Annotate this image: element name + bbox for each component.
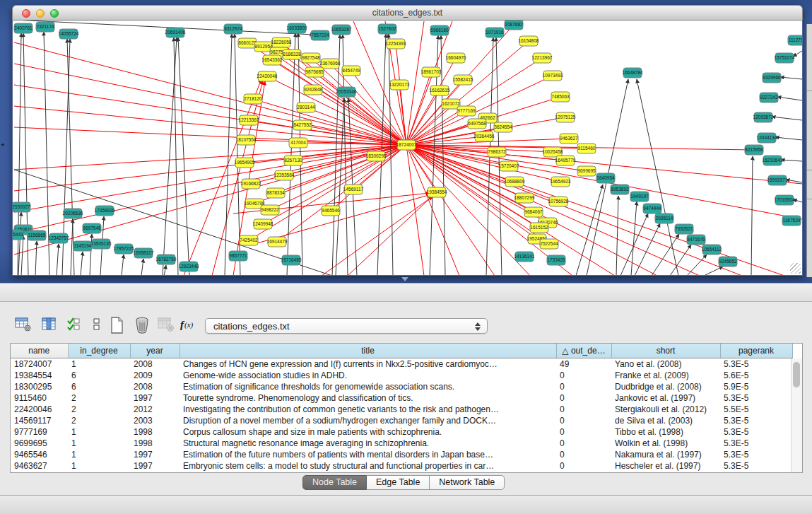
cell-pagerank[interactable]: 5.3E-5 — [720, 449, 792, 460]
graph-edge[interactable] — [35, 241, 37, 276]
split-pane-handle[interactable] — [401, 277, 408, 281]
graph-node[interactable]: 9242848 — [304, 85, 322, 95]
cell-title[interactable]: Structural magnetic resonance image aver… — [180, 438, 556, 449]
graph-node[interactable]: 20691406 — [165, 28, 186, 37]
graph-edge[interactable] — [298, 33, 302, 276]
graph-edge[interactable] — [406, 145, 459, 276]
graph-edge[interactable] — [71, 219, 73, 276]
network-canvas[interactable]: 2400761232117414055724206914068312974160… — [12, 21, 803, 276]
graph-node[interactable]: 15716485 — [281, 255, 302, 265]
graph-node[interactable]: 2400761 — [14, 23, 33, 33]
graph-node[interactable]: 2522544 — [540, 239, 558, 249]
column-header-out_de[interactable]: △ out_de… — [556, 344, 611, 358]
cell-title[interactable]: Tourette syndrome. Phenomenology and cla… — [180, 392, 556, 404]
graph-node[interactable]: 3624554 — [494, 122, 512, 132]
cell-short[interactable]: Hescheler et al. (1997) — [611, 460, 720, 472]
graph-node[interactable]: 7485063 — [551, 92, 570, 102]
cell-year[interactable]: 2012 — [130, 404, 180, 415]
graph-node[interactable]: 9857771 — [229, 251, 247, 261]
cell-short[interactable]: Nakamura et al. (1997) — [611, 449, 720, 460]
graph-node[interactable]: 3915443 — [13, 230, 23, 240]
graph-node[interactable]: 1167534 — [782, 216, 801, 226]
graph-edge[interactable] — [122, 255, 124, 276]
graph-node[interactable]: 16914479 — [267, 237, 288, 247]
graph-node[interactable]: 10973493 — [543, 71, 563, 81]
cell-out_de[interactable]: 0 — [556, 460, 611, 472]
graph-node[interactable]: 20364456 — [474, 132, 495, 141]
graph-node[interactable]: 23676068 — [320, 59, 341, 69]
graph-node[interactable]: 9474444 — [643, 204, 661, 214]
column-header-in_degree[interactable]: in_degree — [68, 344, 130, 358]
cell-title[interactable]: Disruption of a novel member of a sodium… — [180, 415, 556, 426]
graph-node[interactable]: 9329966 — [763, 73, 781, 83]
graph-node[interactable]: 17359928 — [95, 206, 115, 216]
cell-short[interactable]: Franke et al. (2009) — [611, 370, 720, 381]
cell-in_degree[interactable]: 6 — [68, 381, 130, 392]
graph-edge[interactable] — [313, 90, 406, 145]
graph-node[interactable]: 12409948 — [253, 219, 273, 229]
graph-node[interactable]: 13505135 — [91, 239, 112, 249]
cell-short[interactable]: Stergiakouli et al. (2012) — [611, 404, 720, 415]
graph-node[interactable]: 7986372 — [488, 147, 506, 157]
cell-pagerank[interactable]: 5.3E-5 — [720, 426, 792, 438]
graph-node[interactable]: 1949197 — [630, 192, 649, 201]
column-header-year[interactable]: year — [130, 344, 180, 358]
cell-year[interactable]: 2003 — [130, 415, 180, 426]
cell-out_de[interactable]: 0 — [556, 426, 611, 438]
graph-node[interactable]: 14136141 — [514, 252, 535, 262]
graph-node[interactable]: 16543362 — [262, 55, 283, 65]
graph-node[interactable]: 16210643 — [763, 156, 783, 165]
cell-short[interactable]: Tibbo et al. (1998) — [611, 426, 720, 438]
cell-year[interactable]: 2008 — [130, 381, 180, 392]
graph-node[interactable]: 20206536 — [63, 209, 83, 218]
graph-node[interactable]: 8186328 — [283, 49, 301, 59]
graph-edge[interactable] — [164, 265, 166, 276]
graph-node[interactable]: 15751074 — [775, 53, 795, 63]
cell-pagerank[interactable]: 5.3E-5 — [720, 415, 792, 426]
cell-year[interactable]: 2009 — [130, 370, 180, 381]
graph-edge[interactable] — [616, 196, 618, 276]
cell-year[interactable]: 1998 — [130, 438, 180, 449]
cell-out_de[interactable]: 0 — [556, 381, 611, 392]
table-row[interactable]: 1872400712008Changes of HCN gene express… — [11, 358, 792, 370]
graph-node[interactable]: 9875685 — [305, 67, 324, 77]
graph-node[interactable]: 16604970 — [446, 53, 466, 63]
graph-node[interactable]: 14055724 — [59, 29, 79, 39]
graph-node[interactable]: 18226058 — [271, 37, 292, 47]
graph-node[interactable]: 12093872 — [753, 112, 774, 122]
close-window-button[interactable] — [22, 9, 30, 18]
graph-edge[interactable] — [775, 137, 802, 140]
zoom-window-button[interactable] — [50, 9, 59, 18]
cell-pagerank[interactable]: 5.6E-5 — [720, 370, 792, 381]
graph-edge[interactable] — [81, 252, 83, 276]
graph-edge[interactable] — [389, 34, 393, 276]
graph-node[interactable]: 9684067 — [524, 207, 543, 217]
cell-name[interactable]: 9115460 — [11, 392, 68, 404]
graph-node[interactable]: 17016504 — [775, 195, 795, 205]
graph-edge[interactable] — [772, 117, 802, 120]
graph-node[interactable]: 1145194 — [73, 241, 92, 251]
cell-pagerank[interactable]: 5.3E-5 — [720, 438, 792, 449]
graph-node[interactable]: 2530027 — [13, 202, 30, 212]
cell-name[interactable]: 18300295 — [11, 381, 68, 392]
table-row[interactable]: 969969511998Structural magnetic resonanc… — [11, 438, 792, 449]
cell-short[interactable]: Dudbridge et al. (2008) — [611, 381, 720, 392]
table-settings-button[interactable] — [13, 315, 34, 335]
graph-node[interactable]: 20053346 — [336, 87, 357, 97]
graph-node[interactable]: 9227343 — [760, 93, 778, 103]
graph-node[interactable]: 16033809 — [287, 23, 307, 33]
graph-node[interactable]: 16154808 — [519, 36, 539, 46]
cell-in_degree[interactable]: 2 — [68, 415, 130, 426]
graph-node[interactable]: 2087682 — [505, 21, 523, 30]
table-row[interactable]: 2242004622012Investigating the contribut… — [11, 404, 792, 415]
tab-edge-table[interactable]: Edge Table — [367, 475, 430, 490]
cell-year[interactable]: 1997 — [130, 460, 180, 472]
delete-table-button[interactable] — [155, 315, 177, 335]
cell-out_de[interactable]: 0 — [556, 415, 611, 426]
graph-node[interactable]: 8215958 — [745, 145, 763, 155]
graph-node[interactable]: 15582415 — [453, 75, 473, 85]
cell-short[interactable]: Jankovic et al. (1997) — [611, 392, 720, 404]
graph-node[interactable]: 17957225 — [114, 244, 134, 254]
graph-node[interactable]: 12342757 — [49, 233, 69, 243]
graph-edge[interactable] — [90, 234, 92, 276]
